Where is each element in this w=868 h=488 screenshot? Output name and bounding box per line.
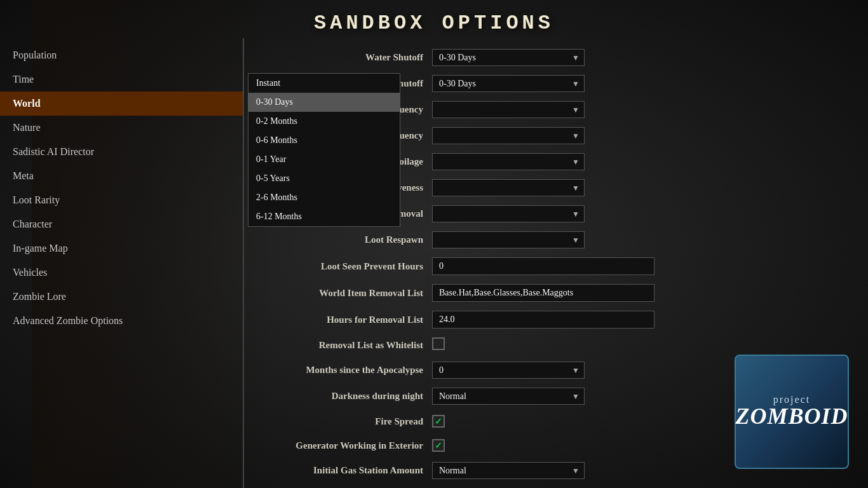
label-water-shutoff: Water Shutoff [254,52,432,63]
dropdown-option[interactable]: Instant [248,74,400,93]
sidebar-item-zombie-lore[interactable]: Zombie Lore [0,285,243,309]
form-row-water-shutoff: Water Shutoff0-30 Days [248,44,693,71]
form-row-hours-for-removal-list: Hours for Removal List [248,306,693,333]
sidebar-item-meta[interactable]: Meta [0,164,243,188]
form-row-months-since-apocalypse: Months since the Apocalypse0 [248,357,693,383]
electricity-shutoff-dropdown: Instant0-30 Days0-2 Months0-6 Months0-1 … [248,73,400,227]
sidebar: PopulationTimeWorldNatureSadistic AI Dir… [0,38,243,488]
project-zomboid-logo: project ZOMBOID [735,355,849,469]
dropdown-option[interactable]: 6-12 Months [248,207,400,226]
label-loot-respawn: Loot Respawn [254,234,432,245]
label-world-item-removal-list: World Item Removal List [254,288,432,299]
label-fire-spread: Fire Spread [254,416,432,427]
form-row-world-item-removal-list: World Item Removal List [248,280,693,306]
dropdown-option[interactable]: 0-30 Days [248,93,400,112]
sidebar-item-world[interactable]: World [0,92,243,116]
sidebar-item-in-game-map[interactable]: In-game Map [0,236,243,261]
sidebar-item-character[interactable]: Character [0,212,243,236]
select-months-since-apocalypse[interactable]: 0 [432,362,585,379]
select-rotten-food-removal[interactable] [432,205,585,222]
sidebar-item-population[interactable]: Population [0,43,243,67]
form-row-loot-seen-prevent-hours: Loot Seen Prevent Hours [248,253,693,280]
label-generator-working-exterior: Generator Working in Exterior [254,440,432,451]
input-loot-seen-prevent-hours[interactable] [432,257,654,275]
label-loot-seen-prevent-hours: Loot Seen Prevent Hours [254,261,432,272]
checkbox-fire-spread[interactable] [432,415,445,428]
sidebar-item-nature[interactable]: Nature [0,116,243,140]
checkbox-generator-working-exterior[interactable] [432,439,445,452]
sidebar-divider [243,38,244,488]
select-locked-houses-frequency[interactable] [432,127,585,144]
form-row-loot-respawn: Loot Respawn [248,227,693,253]
form-row-removal-list-as-whitelist: Removal List as Whitelist [248,333,693,357]
form-row-fire-spread: Fire Spread [248,409,693,433]
form-row-darkness-during-night: Darkness during nightNormal [248,383,693,409]
form-row-initial-gas-station-amount: Initial Gas Station AmountNormal [248,458,693,484]
select-initial-gas-station-amount[interactable]: Normal [432,462,585,479]
sidebar-item-advanced-zombie-options[interactable]: Advanced Zombie Options [0,309,243,333]
select-food-spoilage[interactable] [432,153,585,170]
select-electricity-shutoff[interactable]: 0-30 Days [432,75,585,92]
select-house-alarms-frequency[interactable] [432,101,585,118]
select-darkness-during-night[interactable]: Normal [432,388,585,405]
input-hours-for-removal-list[interactable] [432,311,654,329]
sidebar-item-loot-rarity[interactable]: Loot Rarity [0,188,243,212]
dropdown-option[interactable]: 2-6 Months [248,188,400,207]
label-initial-gas-station-amount: Initial Gas Station Amount [254,465,432,476]
label-hours-for-removal-list: Hours for Removal List [254,315,432,325]
dropdown-option[interactable]: 0-1 Year [248,150,400,169]
select-water-shutoff[interactable]: 0-30 Days [432,49,585,66]
sidebar-item-sadistic-ai-director[interactable]: Sadistic AI Director [0,140,243,164]
sidebar-item-vehicles[interactable]: Vehicles [0,261,243,285]
form-row-generator-working-exterior: Generator Working in Exterior [248,433,693,458]
select-refrigeration-effectiveness[interactable] [432,179,585,196]
page-title: SANDBOX OPTIONS [0,11,868,35]
dropdown-option[interactable]: 0-5 Years [248,169,400,188]
input-world-item-removal-list[interactable] [432,284,654,302]
sidebar-item-time[interactable]: Time [0,67,243,92]
label-removal-list-as-whitelist: Removal List as Whitelist [254,340,432,351]
label-months-since-apocalypse: Months since the Apocalypse [254,365,432,376]
select-loot-respawn[interactable] [432,231,585,248]
label-darkness-during-night: Darkness during night [254,391,432,402]
dropdown-option[interactable]: 0-2 Months [248,112,400,131]
form-row-light-bulb-lifespan: Light Bulb Lifespan [248,484,693,488]
dropdown-option[interactable]: 0-6 Months [248,131,400,150]
checkbox-removal-list-as-whitelist[interactable] [432,337,445,350]
logo-zomboid-text: ZOMBOID [736,403,848,430]
